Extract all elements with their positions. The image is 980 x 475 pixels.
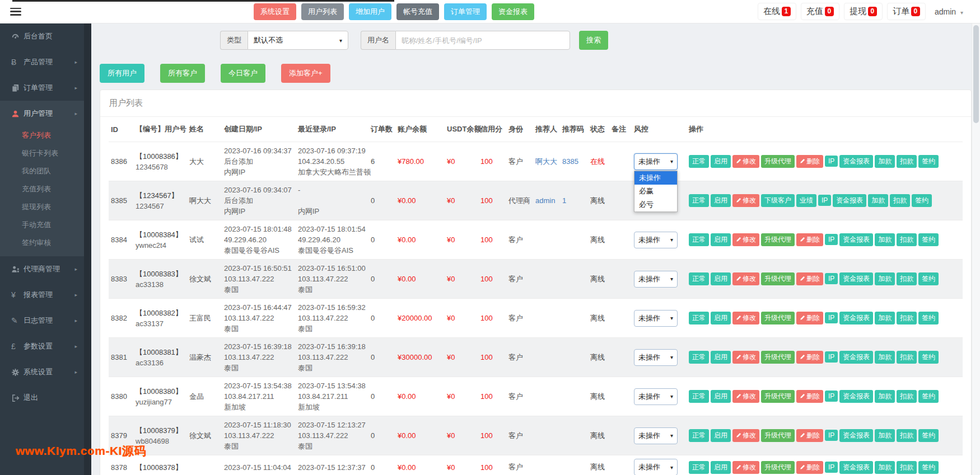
action-button[interactable]: 修改 (732, 429, 759, 442)
action-button[interactable]: 修改 (732, 194, 759, 207)
action-button[interactable]: IP (825, 234, 838, 245)
action-button[interactable]: IP (825, 273, 838, 284)
action-button[interactable]: 启用 (711, 312, 731, 324)
action-button[interactable]: 签约 (912, 194, 932, 207)
action-button[interactable]: 删除 (796, 461, 823, 474)
action-button[interactable]: 修改 (732, 312, 759, 324)
cell-ref-code[interactable]: 8385 (560, 142, 588, 181)
action-button[interactable]: 启用 (711, 155, 731, 168)
search-button[interactable]: 搜索 (579, 31, 608, 50)
action-button[interactable]: 正常 (689, 461, 709, 474)
sidebar-subitem-银行卡列表[interactable]: 银行卡列表 (0, 144, 84, 162)
action-button[interactable]: 删除 (796, 390, 823, 403)
action-button[interactable]: 签约 (918, 233, 939, 246)
sidebar-subitem-手动充值[interactable]: 手动充值 (0, 216, 84, 234)
action-button[interactable]: 资金报表 (833, 194, 866, 207)
action-button[interactable]: 删除 (796, 312, 823, 324)
action-button[interactable]: 升级代理 (761, 461, 795, 474)
quick-button[interactable]: 添加客户+ (281, 64, 330, 83)
stat-recharge[interactable]: 充值0 (801, 3, 839, 20)
action-button[interactable]: 启用 (711, 194, 731, 207)
action-button[interactable]: 扣款 (897, 312, 917, 324)
action-button[interactable]: 签约 (918, 351, 939, 364)
action-button[interactable]: 升级代理 (761, 312, 795, 324)
action-button[interactable]: 删除 (796, 233, 823, 246)
action-button[interactable]: 加款 (868, 194, 888, 207)
action-button[interactable]: 删除 (796, 351, 823, 364)
stat-orders[interactable]: 订单0 (887, 3, 926, 20)
sidebar-subitem-我的团队[interactable]: 我的团队 (0, 162, 84, 180)
action-button[interactable]: 加款 (875, 272, 895, 285)
sidebar-item-订单管理[interactable]: 订单管理▸ (0, 75, 84, 101)
sidebar-item-后台首页[interactable]: 后台首页 (0, 23, 84, 49)
username-search-input[interactable] (395, 31, 570, 50)
action-button[interactable]: 修改 (732, 351, 759, 364)
sidebar-item-产品管理[interactable]: Ƀ产品管理▸ (0, 49, 84, 75)
stat-withdraw[interactable]: 提现0 (844, 3, 883, 20)
risk-select[interactable]: 未操作▾ (634, 427, 678, 444)
action-button[interactable]: 签约 (918, 390, 939, 403)
action-button[interactable]: IP (825, 462, 838, 473)
action-button[interactable]: 修改 (732, 461, 759, 474)
sidebar-item-代理商管理[interactable]: 代理商管理▸ (0, 256, 84, 282)
top-nav-button[interactable]: 用户列表 (301, 3, 344, 20)
action-button[interactable]: 正常 (689, 351, 709, 364)
risk-select[interactable]: 未操作▾ (634, 232, 678, 248)
action-button[interactable]: 启用 (711, 272, 731, 285)
action-button[interactable]: 删除 (796, 429, 823, 442)
action-button[interactable]: 签约 (918, 272, 939, 285)
risk-select[interactable]: 未操作▾ (634, 271, 678, 288)
action-button[interactable]: 资金报表 (839, 351, 873, 364)
scrollbar-thumb[interactable] (973, 25, 979, 123)
sidebar-subitem-提现列表[interactable]: 提现列表 (0, 198, 84, 216)
action-button[interactable]: IP (818, 195, 831, 206)
action-button[interactable]: 业绩 (796, 194, 816, 207)
top-nav-button[interactable]: 资金报表 (492, 3, 534, 20)
action-button[interactable]: 加款 (875, 312, 895, 324)
action-button[interactable]: 扣款 (897, 272, 917, 285)
action-button[interactable]: 加款 (875, 390, 895, 403)
action-button[interactable]: 加款 (875, 429, 895, 442)
action-button[interactable]: 资金报表 (839, 155, 873, 168)
top-nav-button[interactable]: 增加用户 (349, 3, 391, 20)
action-button[interactable]: 修改 (732, 233, 759, 246)
action-button[interactable]: 启用 (711, 429, 731, 442)
action-button[interactable]: 启用 (711, 233, 731, 246)
action-button[interactable]: 升级代理 (761, 351, 795, 364)
action-button[interactable]: 升级代理 (761, 233, 795, 246)
action-button[interactable]: 加款 (875, 155, 895, 168)
action-button[interactable]: 下级客户 (761, 194, 795, 207)
action-button[interactable]: 签约 (918, 461, 939, 474)
sidebar-scrollbar[interactable] (84, 23, 91, 475)
action-button[interactable]: 扣款 (897, 390, 917, 403)
risk-select[interactable]: 未操作▾ (634, 153, 678, 170)
sidebar-subitem-客户列表[interactable]: 客户列表 (0, 126, 84, 144)
admin-menu[interactable]: admin ▾ (930, 4, 968, 19)
action-button[interactable]: 启用 (711, 351, 731, 364)
sidebar-item-报表管理[interactable]: ¥报表管理▸ (0, 282, 84, 308)
action-button[interactable]: 删除 (796, 155, 823, 168)
action-button[interactable]: 正常 (689, 155, 709, 168)
action-button[interactable]: 正常 (689, 429, 709, 442)
hamburger-menu-icon[interactable] (10, 8, 21, 16)
sidebar-item-用户管理[interactable]: 用户管理▸ (0, 101, 84, 126)
sidebar-subitem-签约审核[interactable]: 签约审核 (0, 234, 84, 252)
quick-button[interactable]: 今日客户 (221, 64, 265, 83)
cell-referrer[interactable]: admin (533, 181, 560, 220)
sidebar-item-退出[interactable]: 退出 (0, 385, 84, 411)
action-button[interactable]: 升级代理 (761, 390, 795, 403)
quick-button[interactable]: 所有客户 (160, 64, 205, 83)
cell-referrer[interactable]: 啊大大 (533, 142, 560, 181)
action-button[interactable]: 扣款 (897, 461, 917, 474)
sidebar-subitem-充值列表[interactable]: 充值列表 (0, 180, 84, 198)
risk-option[interactable]: 未操作 (634, 171, 677, 185)
risk-option[interactable]: 必亏 (634, 198, 677, 211)
action-button[interactable]: 加款 (875, 461, 895, 474)
top-nav-button[interactable]: 订单管理 (444, 3, 487, 20)
quick-button[interactable]: 所有用户 (100, 64, 144, 83)
action-button[interactable]: 正常 (689, 312, 709, 324)
action-button[interactable]: 升级代理 (761, 272, 795, 285)
cell-ref-code[interactable]: 1 (560, 181, 588, 220)
action-button[interactable]: 升级代理 (761, 155, 795, 168)
action-button[interactable]: IP (825, 351, 838, 363)
